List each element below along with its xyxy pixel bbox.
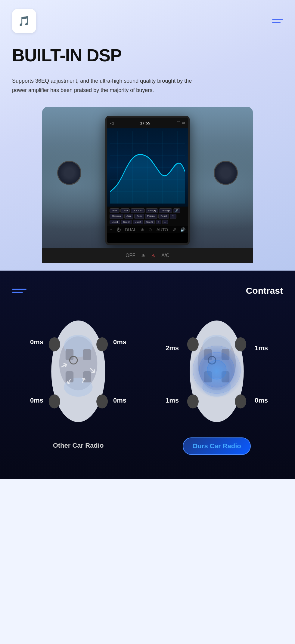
logo-box: 🎵 xyxy=(12,9,36,33)
back-button[interactable]: ◁ xyxy=(110,121,113,125)
ctrl-user3[interactable]: User3 xyxy=(133,220,143,224)
ctrl-info[interactable]: ⓘ xyxy=(170,214,176,219)
screen-bottom-bar: ⌂ ⏻ DUAL ❄ ⊙ AUTO ↺ 🔊 xyxy=(107,226,188,233)
ctrl-popular[interactable]: Popular xyxy=(145,214,158,219)
auto-label: AUTO xyxy=(157,227,168,232)
top-bar: 🎵 xyxy=(12,9,283,33)
other-car-view: 0ms 0ms 0ms 0ms xyxy=(36,314,120,428)
dual-label: DUAL xyxy=(125,227,136,232)
menu-button[interactable] xyxy=(272,19,283,23)
our-label-bl: 1ms xyxy=(166,397,179,404)
ctrl-uuu[interactable]: UUU xyxy=(120,208,130,213)
air-vent-right xyxy=(214,161,238,185)
ctrl-ches[interactable]: cHEs xyxy=(110,208,120,213)
contrast-line-1 xyxy=(12,289,26,290)
ctrl-add[interactable]: + xyxy=(156,220,161,224)
contrast-title: Contrast xyxy=(246,286,283,296)
status-icons: ⌒ ▭ xyxy=(177,121,185,126)
svg-point-23 xyxy=(49,337,60,351)
logo-icon: 🎵 xyxy=(18,15,30,27)
dashboard-visual: ◁ 17:55 ⌒ ▭ xyxy=(42,107,253,263)
contrast-header: Contrast xyxy=(12,286,283,296)
sound-wave xyxy=(190,344,244,398)
ctrl-minus[interactable]: – xyxy=(162,220,168,224)
svg-point-40 xyxy=(187,337,199,351)
our-label-tl: 2ms xyxy=(166,344,179,352)
svg-point-26 xyxy=(96,394,108,408)
ctrl-vol[interactable]: 🔊 xyxy=(173,208,180,213)
comparison-area: 0ms 0ms 0ms 0ms xyxy=(12,314,283,455)
ctrl-classical[interactable]: Classical xyxy=(110,214,123,219)
center-screen: ◁ 17:55 ⌒ ▭ xyxy=(105,116,190,245)
strip-snowflake[interactable]: ❄ xyxy=(141,253,145,259)
car-dashboard: ◁ 17:55 ⌒ ▭ xyxy=(12,107,283,263)
menu-line-1 xyxy=(272,19,283,20)
svg-point-41 xyxy=(235,337,246,351)
contrast-section: Contrast 0ms 0ms 0ms 0ms xyxy=(0,271,295,479)
other-label-br: 0ms xyxy=(113,397,126,404)
snowflake-icon[interactable]: ❄ xyxy=(141,227,144,232)
eq-curve-svg xyxy=(110,131,185,204)
menu-line-2 xyxy=(272,22,281,23)
fan-icon[interactable]: ⊙ xyxy=(148,227,152,232)
svg-point-43 xyxy=(235,394,246,408)
title-divider xyxy=(12,70,283,70)
ctrl-jazz[interactable]: Jazz xyxy=(124,214,133,219)
eq-display xyxy=(107,128,188,207)
vol-up[interactable]: 🔊 xyxy=(180,227,185,232)
ctrl-reset[interactable]: Reset xyxy=(158,214,169,219)
svg-point-42 xyxy=(187,394,199,408)
ctrl-user5[interactable]: User5 xyxy=(144,220,155,224)
other-car-item: 0ms 0ms 0ms 0ms xyxy=(12,314,144,454)
subtitle: Supports 36EQ adjustment, and the ultra-… xyxy=(12,76,199,95)
ctrl-dolby[interactable]: DDOLBY xyxy=(131,208,145,213)
contrast-divider xyxy=(12,299,283,299)
other-label-tl: 0ms xyxy=(30,338,43,346)
strip-off[interactable]: OFF xyxy=(126,253,135,258)
screen-controls: cHEs UUU DDOLBY SRS(●) Through 🔊 Classic… xyxy=(107,207,188,226)
other-label-bl: 0ms xyxy=(30,397,43,404)
other-label-tr: 0ms xyxy=(113,338,126,346)
ctrl-through[interactable]: Through xyxy=(159,208,172,213)
svg-rect-18 xyxy=(66,349,73,360)
power-icon[interactable]: ⏻ xyxy=(116,227,121,232)
wifi-icon: ⌒ xyxy=(177,121,180,126)
recirculate-icon[interactable]: ↺ xyxy=(172,227,176,232)
ctrl-srs[interactable]: SRS(●) xyxy=(146,208,158,213)
air-vent-left xyxy=(57,161,81,185)
ctrl-user1[interactable]: User1 xyxy=(110,220,120,224)
home-icon[interactable]: ⌂ xyxy=(110,227,112,232)
ctrl-user2[interactable]: User2 xyxy=(121,220,132,224)
ctrl-rock[interactable]: Rock xyxy=(134,214,144,219)
other-car-svg: ➜ ➜ ➜ ➜ xyxy=(36,314,120,428)
screen-top-bar: ◁ 17:55 ⌒ ▭ xyxy=(107,118,188,128)
page-title: BUILT-IN DSP xyxy=(12,45,283,65)
other-car-label: Other Car Radio xyxy=(44,437,113,454)
our-car-view: 2ms 1ms 1ms 0ms xyxy=(175,314,259,428)
strip-hazard[interactable]: ⚠ xyxy=(151,253,155,259)
contrast-icon xyxy=(12,289,26,293)
svg-point-25 xyxy=(49,394,60,408)
bottom-strip: OFF ❄ ⚠ A/C xyxy=(42,248,253,263)
svg-point-24 xyxy=(96,337,108,351)
our-car-label-button[interactable]: Ours Car Radio xyxy=(183,437,250,455)
our-car-item: 2ms 1ms 1ms 0ms xyxy=(151,314,283,455)
our-label-br: 0ms xyxy=(255,397,268,404)
our-label-tr: 1ms xyxy=(255,344,268,352)
time-display: 17:55 xyxy=(140,121,150,125)
svg-rect-19 xyxy=(83,349,91,360)
contrast-line-2 xyxy=(12,292,23,293)
battery-icon: ▭ xyxy=(182,121,185,126)
header-section: 🎵 BUILT-IN DSP Supports 36EQ adjustment,… xyxy=(0,0,295,271)
strip-ac[interactable]: A/C xyxy=(161,253,169,258)
